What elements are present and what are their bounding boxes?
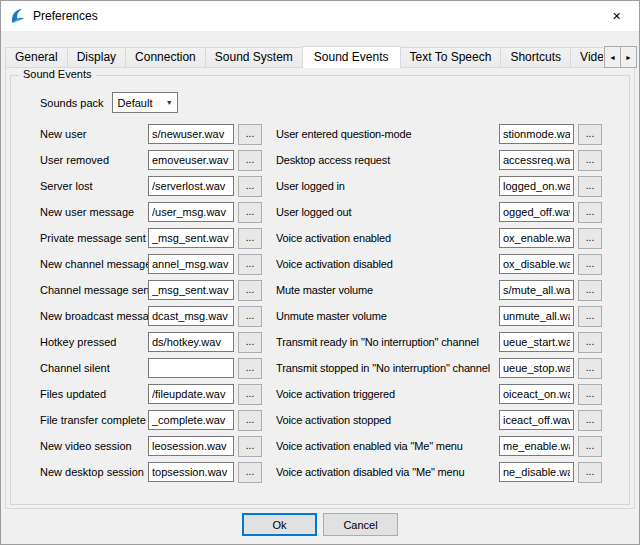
sound-file-input[interactable] <box>148 306 234 326</box>
sound-event-label: New video session <box>40 440 148 452</box>
tab-scroll-right-button[interactable]: ► <box>620 46 637 68</box>
sound-event-label: New channel message <box>40 258 148 270</box>
sound-event-row: Mute master volume... <box>276 277 602 303</box>
sound-file-input[interactable] <box>499 306 574 326</box>
titlebar: Preferences ✕ <box>1 1 639 31</box>
sound-file-input[interactable] <box>148 358 234 378</box>
browse-button[interactable]: ... <box>238 254 262 275</box>
ok-button[interactable]: Ok <box>242 513 317 536</box>
tab-sound-events[interactable]: Sound Events <box>302 46 401 68</box>
browse-button[interactable]: ... <box>578 462 602 483</box>
browse-button[interactable]: ... <box>578 306 602 327</box>
browse-button[interactable]: ... <box>238 202 262 223</box>
sound-file-input[interactable] <box>148 332 234 352</box>
browse-button[interactable]: ... <box>238 150 262 171</box>
tab-display[interactable]: Display <box>67 47 126 68</box>
sound-file-input[interactable] <box>499 228 574 248</box>
sound-event-row: New user message... <box>40 199 262 225</box>
tab-video[interactable]: Video <box>570 47 603 68</box>
sound-event-row: Server lost... <box>40 173 262 199</box>
browse-button[interactable]: ... <box>238 462 262 483</box>
tab-text-to-speech[interactable]: Text To Speech <box>400 47 502 68</box>
close-button[interactable]: ✕ <box>594 1 639 31</box>
dialog-footer: Ok Cancel <box>1 513 639 536</box>
browse-button[interactable]: ... <box>578 150 602 171</box>
sounds-pack-value: Default <box>118 97 153 109</box>
sound-file-input[interactable] <box>499 202 574 222</box>
sound-file-input[interactable] <box>148 410 234 430</box>
sound-file-input[interactable] <box>148 280 234 300</box>
browse-button[interactable]: ... <box>578 384 602 405</box>
browse-button[interactable]: ... <box>238 332 262 353</box>
group-title: Sound Events <box>19 68 96 80</box>
sound-event-label: Voice activation disabled <box>276 258 499 270</box>
sound-event-row: New user... <box>40 121 262 147</box>
tab-scroll-left-button[interactable]: ◄ <box>604 46 621 68</box>
browse-button[interactable]: ... <box>578 202 602 223</box>
cancel-button[interactable]: Cancel <box>323 513 398 536</box>
sound-file-input[interactable] <box>499 384 574 404</box>
sound-event-label: Unmute master volume <box>276 310 499 322</box>
sounds-pack-select[interactable]: Default ▼ <box>112 92 178 113</box>
browse-button[interactable]: ... <box>238 176 262 197</box>
browse-button[interactable]: ... <box>578 228 602 249</box>
tab-sound-system[interactable]: Sound System <box>205 47 303 68</box>
dialog-body: GeneralDisplayConnectionSound SystemSoun… <box>1 31 639 545</box>
sound-event-row: Voice activation enabled... <box>276 225 602 251</box>
sound-event-label: Files updated <box>40 388 148 400</box>
app-logo-icon <box>9 8 26 25</box>
browse-button[interactable]: ... <box>578 436 602 457</box>
tab-strip: GeneralDisplayConnectionSound SystemSoun… <box>5 45 603 68</box>
sound-file-input[interactable] <box>148 384 234 404</box>
sound-file-input[interactable] <box>499 150 574 170</box>
sound-file-input[interactable] <box>148 202 234 222</box>
sound-file-input[interactable] <box>499 176 574 196</box>
sound-file-input[interactable] <box>499 254 574 274</box>
browse-button[interactable]: ... <box>238 280 262 301</box>
sound-file-input[interactable] <box>499 410 574 430</box>
sound-file-input[interactable] <box>499 332 574 352</box>
sound-event-label: File transfer complete <box>40 414 148 426</box>
sound-file-input[interactable] <box>148 436 234 456</box>
browse-button[interactable]: ... <box>238 358 262 379</box>
sound-file-input[interactable] <box>499 462 574 482</box>
sound-file-input[interactable] <box>499 358 574 378</box>
sound-file-input[interactable] <box>148 150 234 170</box>
tab-general[interactable]: General <box>5 47 68 68</box>
sound-file-input[interactable] <box>148 462 234 482</box>
browse-button[interactable]: ... <box>578 176 602 197</box>
sound-event-label: Mute master volume <box>276 284 499 296</box>
sound-event-row: New desktop session... <box>40 459 262 485</box>
browse-button[interactable]: ... <box>578 410 602 431</box>
tab-shortcuts[interactable]: Shortcuts <box>500 47 571 68</box>
sound-file-input[interactable] <box>148 228 234 248</box>
browse-button[interactable]: ... <box>238 228 262 249</box>
sound-event-row: Channel silent... <box>40 355 262 381</box>
sound-event-row: New broadcast message... <box>40 303 262 329</box>
sounds-pack-row: Sounds pack Default ▼ <box>40 92 629 113</box>
browse-button[interactable]: ... <box>238 410 262 431</box>
sound-file-input[interactable] <box>148 176 234 196</box>
browse-button[interactable]: ... <box>578 358 602 379</box>
sound-event-label: Desktop access request <box>276 154 499 166</box>
sound-event-label: Private message sent <box>40 232 148 244</box>
sound-event-label: New user message <box>40 206 148 218</box>
browse-button[interactable]: ... <box>578 124 602 145</box>
browse-button[interactable]: ... <box>578 332 602 353</box>
sound-event-label: Channel message sent <box>40 284 148 296</box>
tab-connection[interactable]: Connection <box>125 47 206 68</box>
browse-button[interactable]: ... <box>578 254 602 275</box>
sound-file-input[interactable] <box>148 124 234 144</box>
sound-file-input[interactable] <box>148 254 234 274</box>
sound-file-input[interactable] <box>499 280 574 300</box>
browse-button[interactable]: ... <box>238 384 262 405</box>
browse-button[interactable]: ... <box>578 280 602 301</box>
sound-file-input[interactable] <box>499 436 574 456</box>
window-title: Preferences <box>33 9 98 23</box>
arrow-left-icon: ◄ <box>609 54 616 61</box>
browse-button[interactable]: ... <box>238 124 262 145</box>
browse-button[interactable]: ... <box>238 306 262 327</box>
sound-file-input[interactable] <box>499 124 574 144</box>
browse-button[interactable]: ... <box>238 436 262 457</box>
sound-event-label: User logged out <box>276 206 499 218</box>
